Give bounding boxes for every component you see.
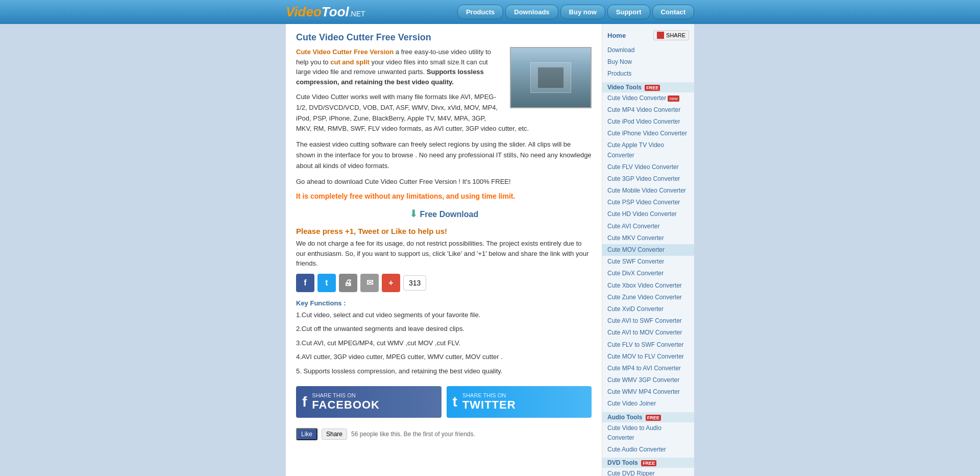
function-item: 3.Cut AVI, cut MPEG/MP4, cut WMV ,cut MO… [296,338,592,348]
sidebar-section-dvd-tools: DVD Tools FREE [602,458,694,468]
fb-share-top: SHARE THIS ON [312,392,380,398]
free-badge: FREE [645,85,660,91]
download-section: ⬇ Free Download [296,207,592,220]
share-label: SHARE [666,32,685,38]
sidebar-cute-3gp[interactable]: Cute 3GP Video Converter [602,173,694,185]
sidebar-cute-wmv-mp4[interactable]: Cute WMV MP4 Converter [602,386,694,398]
nav-buynow[interactable]: Buy now [560,5,605,19]
body-text-2: The easiest video cutting software can f… [296,139,592,171]
screenshot [510,47,592,108]
plus-button[interactable]: + [382,274,400,292]
sidebar-cute-xvid[interactable]: Cute XviD Converter [602,303,694,315]
like-count-text: 56 people like this. Be the first of you… [351,431,475,438]
facebook-icon: f [302,394,307,410]
nav-contact[interactable]: Contact [652,5,694,19]
free-highlight: It is completely free without any limita… [296,192,592,200]
sidebar-cute-wmv-3gp[interactable]: Cute WMV 3GP Converter [602,374,694,386]
sidebar-item-buynow[interactable]: Buy Now [602,56,694,68]
key-functions-label: Key Functions : [296,299,592,307]
nav-downloads[interactable]: Downloads [505,5,558,19]
sidebar-cute-mobile[interactable]: Cute Mobile Video Converter [602,185,694,197]
sidebar-cute-ipod[interactable]: Cute iPod Video Converter [602,116,694,128]
sidebar-cute-psp[interactable]: Cute PSP Video Converter [602,197,694,208]
sidebar-top: Home SHARE [602,28,694,44]
sidebar-section-audio-tools: Audio Tools FREE [602,412,694,422]
sidebar-cute-hd[interactable]: Cute HD Video Converter [602,208,694,220]
like-button[interactable]: Like [296,428,317,440]
sidebar-cute-divx[interactable]: Cute DivX Converter [602,268,694,279]
sidebar-cute-flv-swf[interactable]: Cute FLV to SWF Converter [602,339,694,351]
sidebar-cute-avi-swf[interactable]: Cute AVI to SWF Converter [602,315,694,327]
sidebar-cute-audio[interactable]: Cute Audio Converter [602,444,694,456]
logo-net: .NET [349,10,365,18]
sidebar-cute-flv[interactable]: Cute FLV Video Converter [602,161,694,173]
sidebar-cute-iphone[interactable]: Cute iPhone Video Converter [602,128,694,139]
sidebar-cute-swf[interactable]: Cute SWF Converter [602,256,694,268]
main-nav: Products Downloads Buy now Support Conta… [457,5,694,19]
facebook-button[interactable]: f [296,274,314,292]
new-badge: new [668,96,679,102]
sidebar-cute-xbox[interactable]: Cute Xbox Video Converter [602,280,694,292]
sidebar-cute-appletv[interactable]: Cute Apple TV Video Converter [602,139,694,161]
share-widget[interactable]: SHARE [653,30,689,40]
sidebar: Home SHARE Download Buy Now Products Vid… [602,24,694,476]
sidebar-cute-avi-mov[interactable]: Cute AVI to MOV Converter [602,327,694,339]
nav-products[interactable]: Products [457,5,503,19]
download-arrow-icon: ⬇ [409,208,418,219]
like-row: Like Share 56 people like this. Be the f… [296,428,592,440]
functions-list: 1.Cut video, select and cut video segmen… [296,310,592,376]
dvd-free-badge: FREE [641,460,656,466]
sidebar-cute-mov[interactable]: Cute MOV Converter [602,244,694,256]
share-count: 313 [403,275,426,291]
social-prompt: Please press +1, Tweet or Like to help u… [296,227,592,235]
share-icon [657,32,664,39]
sidebar-cute-mov-flv[interactable]: Cute MOV to FLV Converter [602,351,694,363]
sidebar-cute-video-joiner[interactable]: Cute Video Joiner [602,398,694,410]
social-desc: We do not charge a fee for its usage, do… [296,239,592,269]
sidebar-cute-mkv[interactable]: Cute MKV Converter [602,232,694,244]
sidebar-home-link[interactable]: Home [607,32,626,39]
email-button[interactable]: ✉ [360,274,379,292]
sidebar-cute-video-converter[interactable]: Cute Video Converternew [602,92,694,104]
social-buttons: f t 🖨 ✉ + 313 [296,274,592,292]
twitter-button[interactable]: t [317,274,336,292]
facebook-share-button[interactable]: f SHARE THIS ON FACEBOOK [296,386,442,418]
sidebar-cute-video-audio[interactable]: Cute Video to Audio Converter [602,422,694,444]
intro-link2[interactable]: cut and split [330,58,370,66]
function-item: 1.Cut video, select and cut video segmen… [296,310,592,320]
sidebar-cute-avi[interactable]: Cute AVI Converter [602,221,694,232]
twitter-icon: t [453,394,457,410]
share-button[interactable]: Share [322,429,347,440]
tw-share-main: TWITTER [462,398,516,412]
large-share-buttons: f SHARE THIS ON FACEBOOK t SHARE THIS ON… [296,386,592,418]
nav-support[interactable]: Support [607,5,650,19]
body-text-3: Go ahead to download Cute Video Cutter F… [296,177,592,187]
fb-share-main: FACEBOOK [312,398,380,412]
download-link[interactable]: Free Download [420,210,478,219]
site-logo: VideoTool.NET [286,4,365,20]
logo-tool: Tool [322,4,349,20]
sidebar-cute-zune[interactable]: Cute Zune Video Converter [602,292,694,303]
sidebar-item-download[interactable]: Download [602,44,694,56]
intro-link[interactable]: Cute Video Cutter Free Version [296,48,394,56]
sidebar-item-products[interactable]: Products [602,68,694,80]
print-button[interactable]: 🖨 [339,274,357,292]
sidebar-section-video-tools: Video Tools FREE [602,82,694,92]
sidebar-cute-mp4-avi[interactable]: Cute MP4 to AVI Converter [602,363,694,374]
logo-video: Video [286,4,322,20]
twitter-share-button[interactable]: t SHARE THIS ON TWITTER [447,386,592,418]
function-item: 4.AVI cutter, 3GP video cutter, MPEG cut… [296,352,592,362]
function-item: 5. Supports lossless compression, and re… [296,366,592,376]
tw-share-top: SHARE THIS ON [462,392,516,398]
audio-free-badge: FREE [646,415,661,421]
page-title: Cute Video Cutter Free Version [296,32,592,43]
function-item: 2.Cut off the unwanted segments and leav… [296,324,592,334]
sidebar-cute-dvd-ripper[interactable]: Cute DVD Ripper [602,468,694,476]
sidebar-cute-mp4[interactable]: Cute MP4 Video Converter [602,104,694,116]
